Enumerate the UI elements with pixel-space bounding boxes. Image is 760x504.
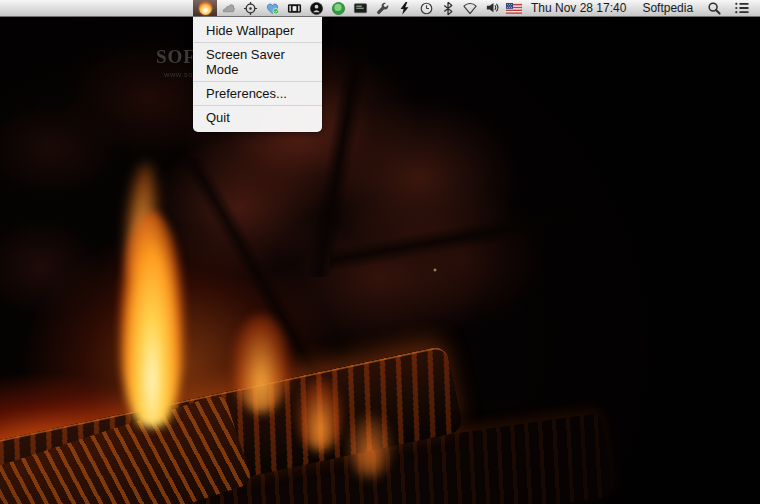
menubar-clock[interactable]: Thu Nov 28 17:40 — [531, 1, 626, 15]
fireplace-flame-icon — [199, 2, 212, 15]
desktop[interactable]: SOFTPEDIA www.softpedia.com — [0, 0, 760, 504]
menu-bar: Thu Nov 28 17:40 Softpedia — [0, 0, 760, 17]
green-orb-icon[interactable] — [327, 0, 349, 16]
menu-item-preferences[interactable]: Preferences... — [193, 84, 322, 103]
volume-icon[interactable] — [481, 0, 503, 16]
lightning-bolt-icon[interactable] — [393, 0, 415, 16]
crosshair-icon[interactable] — [239, 0, 261, 16]
bluetooth-icon[interactable] — [437, 0, 459, 16]
fireplace-menu-extra[interactable] — [193, 0, 217, 16]
menu-item-quit[interactable]: Quit — [193, 108, 322, 127]
menu-separator — [193, 42, 322, 43]
menu-item-screen-saver-mode[interactable]: Screen Saver Mode — [193, 45, 322, 79]
fireplace-wallpaper: SOFTPEDIA www.softpedia.com — [0, 17, 760, 504]
notification-list-icon[interactable] — [732, 0, 752, 16]
camera-icon[interactable] — [283, 0, 305, 16]
spotlight-search-icon[interactable] — [705, 0, 723, 16]
flame-far — [348, 415, 392, 477]
screen: SOFTPEDIA www.softpedia.com — [0, 0, 760, 504]
wrench-icon[interactable] — [371, 0, 393, 16]
flame-tip — [122, 161, 162, 283]
log-embers — [0, 393, 253, 504]
wifi-icon[interactable] — [459, 0, 481, 16]
menu-item-hide-wallpaper[interactable]: Hide Wallpaper — [193, 21, 322, 40]
log-dark — [176, 412, 614, 504]
creature-icon[interactable] — [217, 0, 239, 16]
flame-right — [233, 315, 289, 413]
menubar-user-label[interactable]: Softpedia — [642, 1, 693, 15]
flame-main — [120, 212, 184, 427]
menu-separator — [193, 105, 322, 106]
hooded-figure-icon[interactable] — [305, 0, 327, 16]
flame-small — [298, 379, 342, 451]
us-flag-icon[interactable] — [503, 0, 525, 16]
fireplace-app-menu: Hide Wallpaper Screen Saver Mode Prefere… — [193, 17, 322, 132]
log-burning — [0, 345, 464, 504]
display-icon[interactable] — [349, 0, 371, 16]
clock-icon[interactable] — [415, 0, 437, 16]
menu-separator — [193, 81, 322, 82]
heart-sync-icon[interactable] — [261, 0, 283, 16]
